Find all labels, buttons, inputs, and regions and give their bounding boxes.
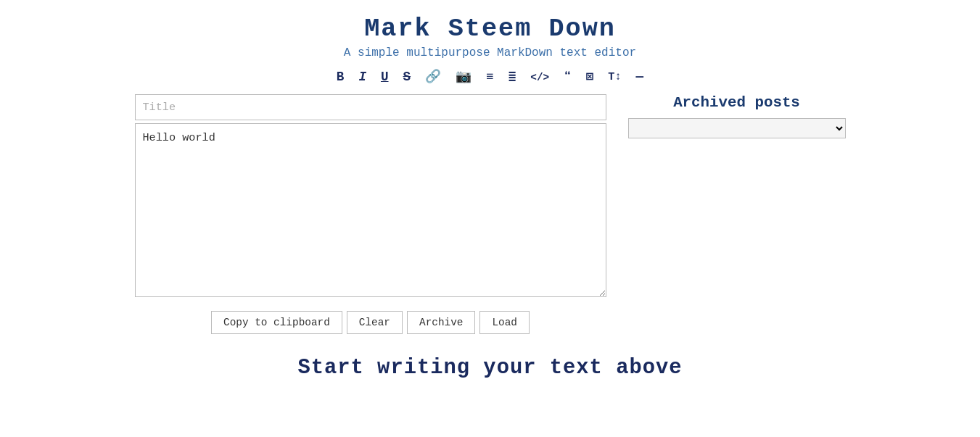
load-button[interactable]: Load [479,311,530,334]
blockquote-button[interactable]: ❝ [561,70,575,86]
main-layout: Hello world Copy to clipboard Clear Arch… [15,94,965,334]
strikethrough-button[interactable]: S [400,70,414,86]
unordered-list-button[interactable]: ≡ [483,70,497,86]
archived-posts-dropdown[interactable] [628,118,846,138]
copy-to-clipboard-button[interactable]: Copy to clipboard [211,311,342,334]
content-textarea[interactable]: Hello world [135,123,606,297]
link-button[interactable]: 🔗 [422,70,444,86]
ordered-list-button[interactable]: ≣ [506,70,519,86]
clear-button[interactable]: Clear [347,311,403,334]
center-align-button[interactable]: ⊠ [583,70,597,86]
code-button[interactable]: </> [527,71,552,84]
page-subtitle: A simple multipurpose MarkDown text edit… [15,46,965,59]
italic-button[interactable]: I [355,70,369,86]
sidebar: Archived posts [628,94,846,138]
toolbar: B I U S 🔗 📷 ≡ ≣ </> ❝ ⊠ T↕ — [15,70,965,86]
page-header: Mark Steem Down A simple multipurpose Ma… [15,14,965,59]
page-title: Mark Steem Down [15,14,965,43]
preview-text: Start writing your text above [15,356,965,380]
underline-button[interactable]: U [378,70,392,86]
editor-section: Hello world Copy to clipboard Clear Arch… [135,94,606,334]
archive-button[interactable]: Archive [407,311,475,334]
heading-button[interactable]: T↕ [605,70,624,84]
title-input[interactable] [135,94,606,120]
image-button[interactable]: 📷 [453,70,474,86]
action-buttons: Copy to clipboard Clear Archive Load [135,311,606,334]
archived-posts-title: Archived posts [628,94,846,111]
bold-button[interactable]: B [334,70,347,86]
horizontal-rule-button[interactable]: — [633,70,647,86]
